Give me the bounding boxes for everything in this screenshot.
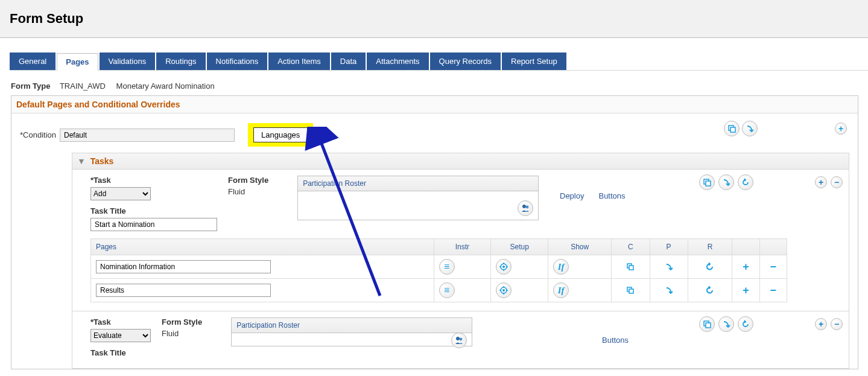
paste-icon[interactable] — [661, 282, 677, 298]
col-r: R — [688, 239, 732, 255]
task-title-label: Task Title — [90, 348, 151, 357]
people-icon[interactable] — [518, 200, 533, 216]
paste-icon[interactable] — [742, 121, 758, 136]
section-title: Default Pages and Conditional Overrides — [11, 96, 858, 113]
task-select[interactable]: Add — [90, 187, 151, 200]
add-row-icon[interactable]: + — [738, 259, 754, 275]
svg-rect-15 — [706, 323, 711, 328]
tasks-header[interactable]: ▼ Tasks — [72, 153, 849, 170]
tasks-header-label: Tasks — [90, 156, 114, 166]
task-item: + − *Task Evaluate Task Title Form Style… — [72, 311, 849, 368]
copy-icon[interactable] — [724, 121, 740, 136]
svg-point-16 — [456, 337, 460, 340]
copy-icon[interactable] — [699, 316, 715, 332]
form-type-label: Form Type — [11, 81, 51, 91]
roster-title: Participation Roster — [298, 176, 538, 191]
paste-icon[interactable] — [718, 174, 734, 190]
tab-data[interactable]: Data — [331, 53, 366, 70]
tab-bar: General Pages Validations Routings Notif… — [10, 53, 868, 71]
collapse-icon: ▼ — [77, 156, 86, 166]
col-p: P — [650, 239, 688, 255]
tab-validations[interactable]: Validations — [100, 53, 156, 70]
tasks-section: ▼ Tasks + − *Task Add Task Title — [72, 153, 849, 369]
table-row: ≡ If + − — [91, 255, 787, 279]
copy-icon[interactable] — [622, 282, 638, 298]
setup-icon[interactable] — [496, 259, 512, 275]
remove-row-icon[interactable]: − — [831, 318, 843, 330]
form-type-name: Monetary Award Nomination — [116, 81, 215, 91]
svg-point-4 — [522, 205, 526, 208]
col-instr: Instr — [434, 239, 491, 255]
task-label: *Task — [90, 176, 217, 185]
tab-action-items[interactable]: Action Items — [268, 53, 330, 70]
deploy-link[interactable]: Deploy — [560, 191, 584, 200]
tab-attachments[interactable]: Attachments — [367, 53, 428, 70]
setup-icon[interactable] — [496, 282, 512, 298]
form-type-code: TRAIN_AWD — [60, 81, 106, 91]
tab-notifications[interactable]: Notifications — [207, 53, 268, 70]
task-label: *Task — [90, 317, 151, 327]
svg-point-11 — [502, 289, 505, 292]
col-pages: Pages — [91, 239, 434, 255]
add-row-icon[interactable]: + — [815, 318, 827, 330]
add-row-icon[interactable]: + — [835, 123, 847, 135]
tab-query-records[interactable]: Query Records — [430, 53, 501, 70]
instr-icon[interactable]: ≡ — [439, 259, 455, 275]
people-icon[interactable] — [451, 333, 467, 348]
buttons-link[interactable]: Buttons — [598, 191, 625, 200]
paste-icon[interactable] — [661, 259, 677, 275]
svg-rect-9 — [629, 266, 633, 270]
add-row-icon[interactable]: + — [815, 176, 827, 188]
svg-rect-1 — [730, 127, 735, 132]
buttons-link[interactable]: Buttons — [602, 336, 629, 345]
svg-point-17 — [460, 338, 463, 341]
languages-highlight: Languages — [248, 123, 313, 147]
col-add — [732, 239, 759, 255]
form-style-value: Fluid — [228, 187, 268, 196]
remove-row-icon[interactable]: − — [765, 282, 781, 298]
copy-icon[interactable] — [622, 259, 638, 275]
col-show: Show — [548, 239, 612, 255]
undo-icon[interactable] — [702, 259, 718, 275]
condition-label: *Condition — [20, 130, 56, 139]
col-c: C — [612, 239, 650, 255]
condition-input[interactable] — [60, 129, 235, 142]
form-style-value: Fluid — [162, 329, 202, 338]
show-if-icon[interactable]: If — [553, 282, 569, 298]
svg-point-5 — [526, 206, 529, 209]
roster-title: Participation Roster — [232, 318, 472, 333]
form-style-label: Form Style — [228, 176, 268, 185]
tab-pages[interactable]: Pages — [57, 53, 98, 71]
table-row: ≡ If + − — [91, 279, 787, 302]
show-if-icon[interactable]: If — [553, 259, 569, 275]
page-name-input[interactable] — [96, 260, 271, 273]
task-title-label: Task Title — [90, 206, 217, 215]
instr-icon[interactable]: ≡ — [439, 282, 455, 298]
paste-icon[interactable] — [718, 316, 734, 332]
undo-icon[interactable] — [738, 316, 753, 332]
section-default-pages: Default Pages and Conditional Overrides … — [11, 95, 858, 369]
participation-roster: Participation Roster — [297, 176, 539, 220]
tab-general[interactable]: General — [10, 53, 55, 70]
undo-icon[interactable] — [738, 174, 753, 190]
remove-row-icon[interactable]: − — [765, 259, 781, 275]
task-select[interactable]: Evaluate — [90, 329, 151, 342]
remove-row-icon[interactable]: − — [831, 176, 843, 188]
page-name-input[interactable] — [96, 284, 271, 297]
pages-table: Pages Instr Setup Show C P R ≡ — [90, 238, 787, 302]
col-setup: Setup — [491, 239, 548, 255]
task-title-input[interactable] — [90, 218, 217, 231]
tab-routings[interactable]: Routings — [156, 53, 205, 70]
tab-report-setup[interactable]: Report Setup — [502, 53, 566, 70]
col-remove — [759, 239, 787, 255]
participation-roster: Participation Roster — [231, 317, 472, 346]
add-row-icon[interactable]: + — [738, 282, 754, 298]
svg-point-7 — [502, 266, 505, 268]
svg-rect-3 — [706, 181, 711, 186]
undo-icon[interactable] — [702, 282, 718, 298]
form-style-label: Form Style — [162, 317, 202, 327]
copy-icon[interactable] — [699, 174, 715, 190]
form-type-row: Form Type TRAIN_AWD Monetary Award Nomin… — [11, 81, 868, 91]
svg-rect-13 — [629, 289, 633, 293]
languages-button[interactable]: Languages — [253, 127, 308, 142]
